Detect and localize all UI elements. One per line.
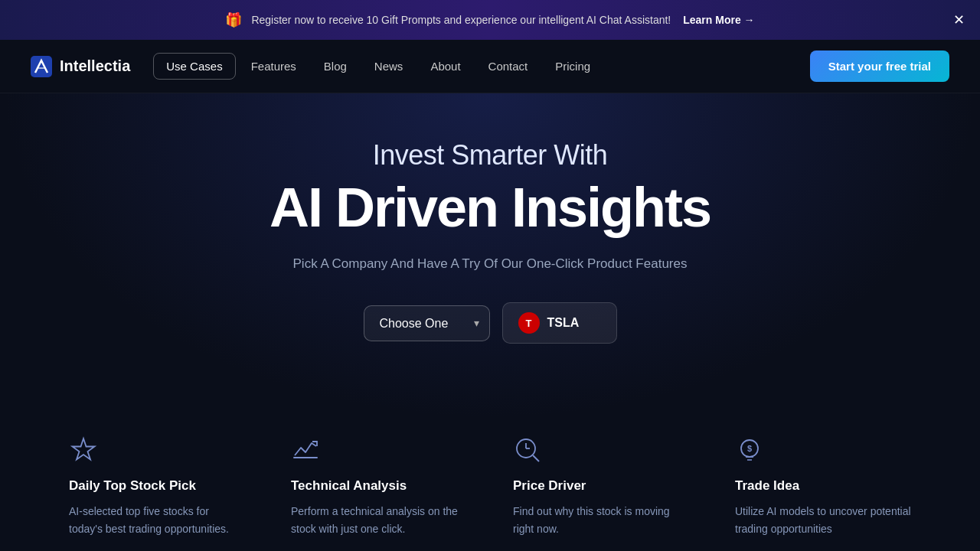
star-icon [69,435,98,465]
nav-link-contact[interactable]: Contact [476,54,541,79]
inputs-row: Choose One ▾ T TSLA [364,302,617,344]
gift-icon: 🎁 [225,11,242,28]
nav-link-blog[interactable]: Blog [312,54,359,79]
feature-price-driver: Price Driver Find out why this stock is … [490,435,712,537]
feature-trade-idea-title: Trade Idea [735,478,799,494]
feature-daily-top-stock-title: Daily Top Stock Pick [69,478,196,494]
nav-link-use-cases[interactable]: Use Cases [153,53,235,80]
learn-more-link[interactable]: Learn More → [683,14,754,26]
hero-description: Pick A Company And Have A Try Of Our One… [293,256,688,272]
svg-text:$: $ [747,444,752,453]
feature-price-driver-desc: Find out why this stock is moving right … [513,503,689,537]
logo-text: Intellectia [60,57,130,75]
feature-technical-analysis-title: Technical Analysis [291,478,407,494]
nav-link-pricing[interactable]: Pricing [543,54,603,79]
features-section: Daily Top Stock Pick AI-selected top fiv… [0,420,980,551]
feature-technical-analysis-desc: Perform a technical analysis on the stoc… [291,503,467,537]
logo-icon [31,56,52,77]
stock-tag: T TSLA [502,302,617,344]
feature-price-driver-title: Price Driver [513,478,586,494]
feature-daily-top-stock-desc: AI-selected top five stocks for today's … [69,503,245,537]
choose-one-wrapper: Choose One ▾ [364,305,490,341]
nav-cta: Start your free trial [810,51,949,82]
nav-link-features[interactable]: Features [239,54,309,79]
stock-symbol: TSLA [547,316,580,330]
feature-trade-idea-desc: Utilize AI models to uncover potential t… [735,503,911,537]
nav-link-news[interactable]: News [362,54,416,79]
tsla-badge: T [518,312,540,334]
banner-text: Register now to receive 10 Gift Prompts … [251,14,671,26]
start-free-trial-button[interactable]: Start your free trial [810,51,949,82]
svg-rect-1 [293,457,318,458]
top-banner: 🎁 Register now to receive 10 Gift Prompt… [0,0,980,40]
feature-technical-analysis: Technical Analysis Perform a technical a… [268,435,490,537]
navbar: Intellectia Use Cases Features Blog News… [0,40,980,93]
svg-line-5 [533,455,539,461]
hero-subtitle: Invest Smarter With [373,139,608,171]
bulb-dollar-icon: $ [735,435,764,465]
nav-links: Use Cases Features Blog News About Conta… [153,53,810,80]
choose-one-select[interactable]: Choose One [364,305,490,341]
feature-daily-top-stock: Daily Top Stock Pick AI-selected top fiv… [46,435,268,537]
nav-link-about[interactable]: About [418,54,472,79]
search-clock-icon [513,435,542,465]
logo[interactable]: Intellectia [31,56,130,77]
chart-icon [291,435,320,465]
feature-trade-idea: $ Trade Idea Utilize AI models to uncove… [712,435,934,537]
hero-section: Invest Smarter With AI Driven Insights P… [0,93,980,420]
banner-close-button[interactable]: ✕ [953,13,965,27]
hero-title: AI Driven Insights [270,178,710,238]
